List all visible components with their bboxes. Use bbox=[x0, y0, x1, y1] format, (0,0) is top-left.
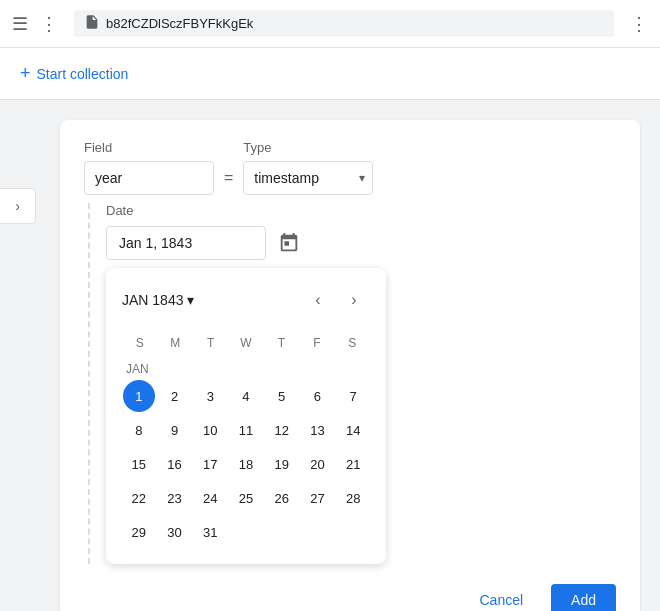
calendar-day[interactable]: 27 bbox=[301, 482, 333, 514]
dots-vertical-icon[interactable]: ⋮ bbox=[40, 13, 58, 35]
cancel-button[interactable]: Cancel bbox=[463, 584, 539, 611]
calendar-day[interactable]: 2 bbox=[159, 380, 191, 412]
calendar-month-title[interactable]: JAN 1843 ▾ bbox=[122, 292, 194, 308]
weekday-fri: F bbox=[299, 332, 334, 354]
calendar-day[interactable]: 7 bbox=[337, 380, 369, 412]
field-column: Field bbox=[84, 140, 214, 195]
weekday-wed: W bbox=[228, 332, 263, 354]
calendar-day bbox=[230, 516, 262, 548]
weekday-sun: S bbox=[122, 332, 157, 354]
top-bar-icons: ☰ ⋮ bbox=[12, 13, 58, 35]
more-options-icon[interactable]: ⋮ bbox=[630, 13, 648, 35]
form-panel: Field = Type timestamp string number boo… bbox=[60, 120, 640, 611]
tab-area[interactable]: b82fCZDlSczFBYFkKgEk bbox=[74, 10, 614, 37]
calendar-icon-button[interactable] bbox=[274, 228, 304, 258]
calendar-day[interactable]: 12 bbox=[266, 414, 298, 446]
calendar-header: JAN 1843 ▾ ‹ › bbox=[122, 284, 370, 316]
date-input-row: Jan 1, 1843 bbox=[106, 226, 616, 260]
calendar-day[interactable]: 25 bbox=[230, 482, 262, 514]
document-icon bbox=[84, 14, 100, 33]
calendar-day[interactable]: 18 bbox=[230, 448, 262, 480]
calendar-day[interactable]: 29 bbox=[123, 516, 155, 548]
date-display: Jan 1, 1843 bbox=[106, 226, 266, 260]
calendar-day[interactable]: 31 bbox=[194, 516, 226, 548]
month-dropdown-icon: ▾ bbox=[187, 292, 194, 308]
type-select-wrapper: timestamp string number boolean map arra… bbox=[243, 161, 373, 195]
calendar-day[interactable]: 1 bbox=[123, 380, 155, 412]
calendar-day[interactable]: 28 bbox=[337, 482, 369, 514]
field-input[interactable] bbox=[84, 161, 214, 195]
calendar-day[interactable]: 4 bbox=[230, 380, 262, 412]
chevron-right-icon: › bbox=[15, 198, 20, 214]
calendar-day[interactable]: 26 bbox=[266, 482, 298, 514]
menu-icon[interactable]: ☰ bbox=[12, 13, 28, 35]
calendar-day[interactable]: 16 bbox=[159, 448, 191, 480]
calendar-day[interactable]: 3 bbox=[194, 380, 226, 412]
tab-title: b82fCZDlSczFBYFkKgEk bbox=[106, 16, 253, 31]
calendar-day bbox=[266, 516, 298, 548]
start-collection-button[interactable]: + Start collection bbox=[16, 55, 132, 92]
weekday-tue: T bbox=[193, 332, 228, 354]
calendar-month-year-label: JAN 1843 bbox=[122, 292, 183, 308]
calendar-day[interactable]: 8 bbox=[123, 414, 155, 446]
calendar-day[interactable]: 24 bbox=[194, 482, 226, 514]
date-label: Date bbox=[106, 203, 616, 218]
calendar-days: 1234567891011121314151617181920212223242… bbox=[122, 380, 370, 548]
calendar-day bbox=[337, 516, 369, 548]
type-select[interactable]: timestamp string number boolean map arra… bbox=[243, 161, 373, 195]
side-panel-toggle[interactable]: › bbox=[0, 188, 36, 224]
calendar-day[interactable]: 5 bbox=[266, 380, 298, 412]
weekday-sat: S bbox=[335, 332, 370, 354]
calendar-day[interactable]: 13 bbox=[301, 414, 333, 446]
calendar-day[interactable]: 15 bbox=[123, 448, 155, 480]
type-column: Type timestamp string number boolean map… bbox=[243, 140, 373, 195]
calendar-day[interactable]: 20 bbox=[301, 448, 333, 480]
calendar-nav-buttons: ‹ › bbox=[302, 284, 370, 316]
calendar-day[interactable]: 6 bbox=[301, 380, 333, 412]
equals-column: = bbox=[224, 169, 233, 195]
field-type-labels: Field = Type timestamp string number boo… bbox=[84, 140, 616, 195]
weekday-mon: M bbox=[157, 332, 192, 354]
calendar-day[interactable]: 30 bbox=[159, 516, 191, 548]
calendar-day[interactable]: 22 bbox=[123, 482, 155, 514]
date-value: Jan 1, 1843 bbox=[119, 235, 192, 251]
calendar-day bbox=[301, 516, 333, 548]
calendar-popup: JAN 1843 ▾ ‹ › S M T W T bbox=[106, 268, 386, 564]
calendar-next-button[interactable]: › bbox=[338, 284, 370, 316]
calendar-weekdays: S M T W T F S bbox=[122, 332, 370, 354]
calendar-day[interactable]: 21 bbox=[337, 448, 369, 480]
calendar-day[interactable]: 14 bbox=[337, 414, 369, 446]
add-button[interactable]: Add bbox=[551, 584, 616, 611]
action-buttons: Cancel Add bbox=[84, 584, 616, 611]
equals-sign: = bbox=[224, 169, 233, 187]
toolbar: + Start collection bbox=[0, 48, 660, 100]
plus-icon: + bbox=[20, 63, 31, 84]
calendar-day[interactable]: 11 bbox=[230, 414, 262, 446]
field-label: Field bbox=[84, 140, 214, 155]
calendar-day[interactable]: 19 bbox=[266, 448, 298, 480]
calendar-day[interactable]: 23 bbox=[159, 482, 191, 514]
calendar-day[interactable]: 10 bbox=[194, 414, 226, 446]
start-collection-label: Start collection bbox=[37, 66, 129, 82]
calendar-prev-button[interactable]: ‹ bbox=[302, 284, 334, 316]
calendar-month-section-label: JAN bbox=[126, 362, 370, 376]
date-section-container: Date Jan 1, 1843 JAN 1843 bbox=[88, 203, 616, 564]
type-label: Type bbox=[243, 140, 373, 155]
calendar-day[interactable]: 9 bbox=[159, 414, 191, 446]
weekday-thu: T bbox=[264, 332, 299, 354]
main-area: › Field = Type timestamp string number b… bbox=[0, 100, 660, 611]
top-bar: ☰ ⋮ b82fCZDlSczFBYFkKgEk ⋮ bbox=[0, 0, 660, 48]
calendar-day[interactable]: 17 bbox=[194, 448, 226, 480]
date-section: Date Jan 1, 1843 JAN 1843 bbox=[106, 203, 616, 564]
